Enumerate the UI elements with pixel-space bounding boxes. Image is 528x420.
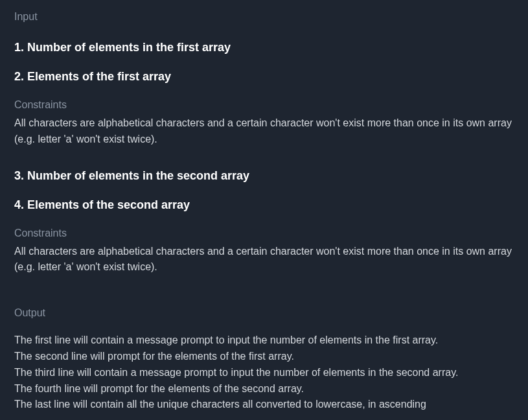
output-line-2: The second line will prompt for the elem… [14, 349, 514, 365]
item-number: 3. [14, 169, 24, 182]
item-number: 1. [14, 41, 24, 54]
constraints-text-1: All characters are alphabetical characte… [14, 115, 514, 148]
constraints-text-2: All characters are alphabetical characte… [14, 244, 514, 276]
input-item-2: 2. Elements of the first array [14, 68, 514, 86]
input-section: Input 1. Number of elements in the first… [14, 9, 514, 275]
item-text: Number of elements in the second array [27, 169, 249, 182]
output-line-1: The first line will contain a message pr… [14, 332, 514, 349]
constraints-label-1: Constraints [14, 97, 514, 113]
output-line-4: The fourth line will prompt for the elem… [14, 381, 514, 397]
item-number: 4. [14, 198, 24, 211]
item-text: Elements of the first array [27, 70, 171, 83]
constraints-block-1: Constraints All characters are alphabeti… [14, 97, 514, 148]
input-label: Input [14, 9, 514, 25]
output-text: The first line will contain a message pr… [14, 332, 514, 413]
input-item-4: 4. Elements of the second array [14, 196, 514, 214]
output-line-5: The last line will contain all the uniqu… [14, 397, 514, 413]
output-section: Output The first line will contain a mes… [14, 305, 514, 413]
item-text: Elements of the second array [27, 198, 190, 211]
output-line-3: The third line will contain a message pr… [14, 365, 514, 381]
output-label: Output [14, 305, 514, 321]
input-item-3: 3. Number of elements in the second arra… [14, 167, 514, 185]
constraints-block-2: Constraints All characters are alphabeti… [14, 226, 514, 276]
input-item-1: 1. Number of elements in the first array [14, 39, 514, 56]
item-number: 2. [14, 70, 24, 83]
constraints-label-2: Constraints [14, 226, 514, 241]
item-text: Number of elements in the first array [27, 41, 231, 54]
